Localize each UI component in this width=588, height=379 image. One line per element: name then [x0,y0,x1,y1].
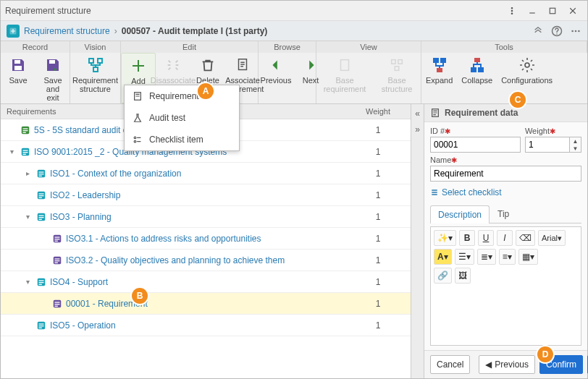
italic-button[interactable]: I [497,230,513,246]
row-weight: 1 [345,147,411,157]
list-ol-button[interactable]: ≣▾ [477,249,496,265]
name-input[interactable] [430,166,581,182]
row-label: ISO4 - Support [50,277,345,287]
base-req-label: Base requirement [321,76,369,93]
req-structure-label: Requirement structure [72,76,118,93]
twist-icon[interactable]: ▾ [22,213,33,221]
configurations-button[interactable]: Configurations [497,53,557,103]
table-row[interactable]: ▾ISO4 - Support1 [1,271,411,293]
svg-rect-32 [23,128,28,129]
table-row[interactable]: ISO2 - Leadership1 [1,184,411,206]
collapse-label: Collapse [461,76,492,85]
previous-button[interactable]: Previous [259,53,293,103]
dd-checklist-item[interactable]: Checklist item [125,129,239,150]
font-select[interactable]: Arial ▾ [538,230,566,246]
disassociate-icon [164,56,182,74]
help-icon[interactable] [551,25,563,37]
dd-requirement[interactable]: Requirement [125,85,239,107]
list-ul-button[interactable]: ☰▾ [455,249,474,265]
svg-rect-70 [39,327,42,328]
svg-rect-37 [23,152,28,153]
marker-b: B [132,288,148,304]
row-label: ISO1 - Context of the organization [50,169,345,179]
twist-icon[interactable]: ▸ [22,169,33,177]
svg-rect-57 [55,260,60,261]
base-struct-label: Base structure [377,76,416,93]
expand-button[interactable]: Expand [421,53,457,103]
save-exit-icon [43,56,62,74]
table-row[interactable]: ISO3.2 - Quality objectives and planning… [1,250,411,271]
svg-rect-36 [23,150,28,150]
svg-rect-34 [23,132,26,132]
collapse-up-icon[interactable] [532,25,544,37]
bold-button[interactable]: B [459,230,475,246]
image-button[interactable]: 🖼 [455,268,471,284]
weight-stepper[interactable]: ▲▼ [570,137,581,153]
svg-rect-38 [23,153,26,154]
row-label: ISO3.1 - Actions to address risks and op… [66,234,345,244]
cancel-button[interactable]: Cancel [430,355,470,374]
close-button[interactable] [563,4,583,18]
rich-text-editor[interactable]: ✨▾ B U I ⌫ Arial ▾ A▾ ☰▾ ≣▾ ≡▾ ▦▾ [430,226,581,346]
table-row[interactable]: ISO5 - Operation1 [1,315,411,336]
footer-previous-button[interactable]: ◀ Previous [479,355,535,374]
table-button[interactable]: ▦▾ [518,249,538,265]
ribbon-group-edit: Edit [121,41,259,53]
dd-audit-test[interactable]: Audit test [125,107,239,129]
svg-rect-4 [550,8,555,14]
select-checklist-link[interactable]: Select checklist [430,187,581,197]
svg-rect-26 [437,69,442,72]
save-exit-button[interactable]: Save and exit [35,53,70,103]
row-type-icon [51,233,63,244]
svg-rect-68 [39,323,44,324]
svg-rect-61 [39,282,44,283]
row-weight: 1 [345,320,411,331]
align-button[interactable]: ≡▾ [499,249,516,265]
previous-label: Previous [261,76,292,85]
row-weight: 1 [345,190,411,200]
magic-tool-icon[interactable]: ✨▾ [434,230,456,246]
list-icon [430,188,439,197]
save-icon [9,56,28,74]
tab-description[interactable]: Description [430,205,490,223]
table-row[interactable]: ISO3.1 - Actions to address risks and op… [1,228,411,250]
row-label: ISO2 - Leadership [50,190,345,200]
minimize-button[interactable] [522,4,542,18]
id-input[interactable] [430,137,521,153]
underline-button[interactable]: U [478,230,494,246]
svg-rect-45 [39,195,44,196]
row-label: 00001 - Requirement [66,299,345,309]
erase-button[interactable]: ⌫ [516,230,535,246]
save-button[interactable]: Save [1,53,35,103]
twist-icon[interactable]: ▾ [22,278,33,286]
svg-rect-64 [55,302,60,302]
highlight-button[interactable]: A▾ [434,249,452,265]
expand-label: Expand [426,76,453,85]
row-weight: 1 [345,299,411,309]
table-row[interactable]: ▾ISO3 - Planning1 [1,206,411,228]
svg-rect-15 [49,60,55,64]
gear-icon [518,56,537,74]
tab-tip[interactable]: Tip [490,205,517,223]
req-structure-button[interactable]: Requirement structure [70,53,120,103]
weight-input[interactable] [525,137,570,153]
breadcrumb-root[interactable]: Requirement structure [24,26,110,36]
collapse-button[interactable]: Collapse [457,53,497,103]
more-icon[interactable] [502,4,522,18]
svg-rect-48 [39,215,44,216]
flask-icon [132,112,143,124]
side-collapse[interactable]: « » [411,104,424,378]
table-row[interactable]: 00001 - Requirement1 [1,293,411,315]
table-row[interactable]: ▸ISO1 - Context of the organization1 [1,163,411,184]
twist-icon[interactable]: ▾ [7,148,17,156]
maximize-button[interactable] [542,4,563,18]
breadcrumb-item: 000507 - Audit template I (1st party) [122,26,268,36]
svg-rect-60 [39,280,44,281]
svg-point-12 [578,30,580,32]
trash-icon [198,56,217,74]
svg-rect-22 [398,60,403,64]
svg-rect-18 [93,67,98,72]
link-button[interactable]: 🔗 [434,268,452,284]
settings-dots-icon[interactable] [570,25,581,37]
requirement-data-panel: Requirement data ID #✱ Weight✱ ▲▼ [424,104,587,378]
